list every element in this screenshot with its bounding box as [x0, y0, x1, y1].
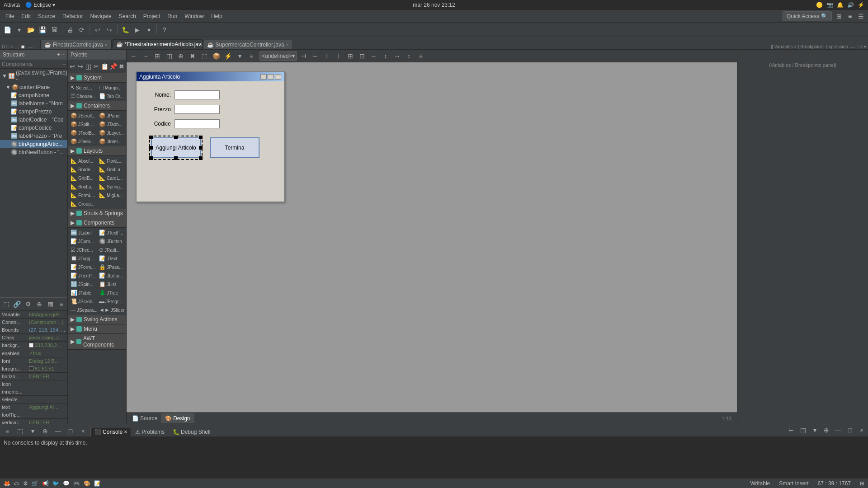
menu-navigate[interactable]: Navigate — [86, 11, 115, 21]
prop-value-tooltip[interactable] — [27, 411, 67, 419]
back-btn[interactable]: ← — [128, 51, 139, 61]
prop-row-horizo[interactable]: horizo... CENTER — [0, 373, 67, 380]
menu-run[interactable]: Run — [164, 11, 181, 21]
palette-jcom[interactable]: 📝 JCom... — [69, 237, 97, 245]
console-tab-console[interactable]: ⬛ Console × — [90, 427, 131, 436]
taskbar-firefox[interactable]: 🦊 — [4, 480, 10, 487]
tree-camponome[interactable]: 📝 campoNome — [0, 91, 67, 99]
console-tb-2[interactable]: ⬚ — [14, 426, 25, 436]
palette-section-components[interactable]: ▶ Components — [68, 218, 126, 228]
help-btn[interactable]: ? — [159, 24, 170, 35]
console-right-6[interactable]: □ — [844, 425, 855, 436]
palette-jbutton[interactable]: 🔘 JButton — [97, 237, 125, 245]
palette-jtree[interactable]: 🌲 JTree — [97, 289, 125, 297]
palette-jsepar[interactable]: — JSepara... — [69, 306, 97, 314]
tree-labelprezzo[interactable]: 🔤 labelPrezzo - "Pre — [0, 132, 67, 140]
prop-row-mnemo[interactable]: mnemo... — [0, 388, 67, 396]
design-align-4[interactable]: ⊥ — [333, 51, 344, 61]
prop-row-font[interactable]: font Dialog 12 B... — [0, 357, 67, 365]
design-tb-4[interactable]: ✖ — [187, 51, 198, 61]
btn-termina[interactable]: Termina — [210, 137, 259, 158]
prop-value-horizo[interactable]: CENTER — [27, 373, 67, 380]
prop-value-selecte[interactable] — [27, 396, 67, 404]
design-tb-8[interactable]: ▾ — [234, 51, 245, 61]
design-align-5[interactable]: ⊞ — [345, 51, 356, 61]
palette-jspin[interactable]: 🔢 JSpin... — [69, 280, 97, 288]
palette-tb-3[interactable]: ◫ — [85, 61, 92, 72]
palette-jchec[interactable]: ☑ JChec... — [69, 246, 97, 254]
palette-jtextp[interactable]: 📝 JTextP... — [69, 272, 97, 280]
palette-jlist[interactable]: 📋 JList — [97, 280, 125, 288]
console-tab-debug[interactable]: 🐛 Debug Shell — [169, 427, 214, 436]
palette-section-system[interactable]: ▶ System — [68, 73, 126, 83]
taskbar-app7[interactable]: 🎮 — [73, 480, 80, 487]
prop-value-backgr[interactable]: 238,238,2... — [27, 342, 67, 349]
design-tb-7[interactable]: ⚡ — [222, 51, 233, 61]
design-tb-1[interactable]: ⊞ — [152, 51, 163, 61]
palette-jtext[interactable]: 📝 JText... — [97, 254, 125, 263]
tree-campocodice[interactable]: 📝 campoCodice — [0, 124, 67, 132]
minimize-btn[interactable]: — □ — [28, 44, 36, 49]
tree-campoprezzo[interactable]: 📝 campoPrezzo — [0, 108, 67, 116]
taskbar-files[interactable]: 🗂 — [14, 480, 19, 487]
menu-refactor[interactable]: Refactor — [59, 11, 86, 21]
new-btn[interactable]: 📄 — [2, 24, 13, 35]
palette-spring[interactable]: 📐 Spring... — [97, 183, 125, 191]
design-tb-9[interactable]: ≡ — [246, 51, 257, 61]
tab-finestra-inserimento[interactable]: ☕ *FinestraInserimentoArticolo.java × — [112, 39, 203, 49]
attivita-label[interactable]: Attività — [4, 2, 20, 8]
menu-help[interactable]: Help — [208, 11, 226, 21]
palette-gridb[interactable]: 📐 GridB... — [69, 174, 97, 182]
run-btn[interactable]: ▶ — [132, 24, 142, 35]
panel-toggle[interactable]: D □ × — [2, 44, 13, 49]
menu-project[interactable]: Project — [140, 11, 164, 21]
prop-row-variable[interactable]: Variable btnAggiungiAr... — [0, 311, 67, 319]
palette-tb-2[interactable]: ↪ — [77, 61, 84, 72]
console-right-4[interactable]: ⊕ — [821, 425, 832, 436]
refresh-btn[interactable]: ⟳ — [76, 24, 87, 35]
palette-section-swing-actions[interactable]: ▶ Swing Actions — [68, 315, 126, 324]
prop-row-foregro[interactable]: foregro... 51,51,51 — [0, 365, 67, 373]
palette-jslider[interactable]: ◄► JSlider — [97, 306, 125, 314]
prop-value-foregro[interactable]: 51,51,51 — [27, 365, 67, 372]
prop-value-variable[interactable]: btnAggiungiAr... — [27, 311, 67, 319]
palette-jscroll[interactable]: 📦 JScroll... — [69, 112, 97, 120]
prop-btn-2[interactable]: 🔗 — [12, 299, 23, 310]
palette-section-layouts[interactable]: ▶ Layouts — [68, 146, 126, 156]
prop-value-enabled[interactable]: ✓true — [27, 349, 67, 357]
console-right-3[interactable]: ▾ — [809, 425, 820, 436]
tab-close-1[interactable]: × — [105, 42, 108, 47]
prop-row-vertical[interactable]: vertical... CENTER — [0, 419, 67, 424]
palette-gridla[interactable]: 📐 GridLa... — [97, 165, 125, 174]
prop-value-text[interactable]: Aggiungi Ar... — [27, 404, 67, 411]
tab-design[interactable]: 🎨 Design — [161, 413, 194, 423]
debug-btn[interactable]: 🐛 — [120, 24, 131, 35]
palette-section-containers[interactable]: ▶ Containers — [68, 101, 126, 111]
eclipse-label[interactable]: 🔵 Eclipse ▾ — [25, 2, 55, 8]
prop-btn-4[interactable]: ⊕ — [34, 299, 45, 310]
prop-btn-5[interactable]: ▦ — [45, 299, 56, 310]
palette-jlayer[interactable]: 📦 JLayer... — [97, 129, 125, 137]
console-right-7[interactable]: × — [856, 425, 867, 436]
undo-btn[interactable]: ↩ — [92, 24, 103, 35]
design-tb-5[interactable]: ⬚ — [199, 51, 210, 61]
form-close-btn[interactable]: × — [275, 74, 281, 80]
form-input-prezzo[interactable] — [175, 105, 220, 114]
palette-item-select[interactable]: ↖ Select... — [69, 84, 97, 92]
console-right-5[interactable]: — — [833, 425, 844, 436]
console-tab-problems[interactable]: ⚠ Problems — [131, 427, 169, 436]
form-input-codice[interactable] — [175, 119, 220, 128]
palette-jsplit[interactable]: 📦 JSplit... — [69, 120, 97, 128]
design-tb-6[interactable]: 📦 — [211, 51, 222, 61]
comp-remove[interactable]: − — [62, 61, 66, 67]
palette-migla[interactable]: 📐 MigLa... — [97, 191, 125, 199]
taskbar-app6[interactable]: 💬 — [63, 480, 70, 487]
toolbar-icon-1[interactable]: ⊞ — [834, 11, 844, 22]
palette-section-awt[interactable]: ▶ AWT Components — [68, 334, 126, 350]
console-close[interactable]: × — [124, 429, 127, 435]
palette-section-struts[interactable]: ▶ Struts & Springs — [68, 209, 126, 218]
status-apps-icon[interactable]: ⊞ — [860, 480, 864, 487]
palette-item-tabor[interactable]: 📑 Tab Or... — [97, 92, 125, 100]
palette-jtabb[interactable]: 📦 JTabb... — [97, 120, 125, 128]
design-align-7[interactable]: ↔ — [368, 51, 379, 61]
